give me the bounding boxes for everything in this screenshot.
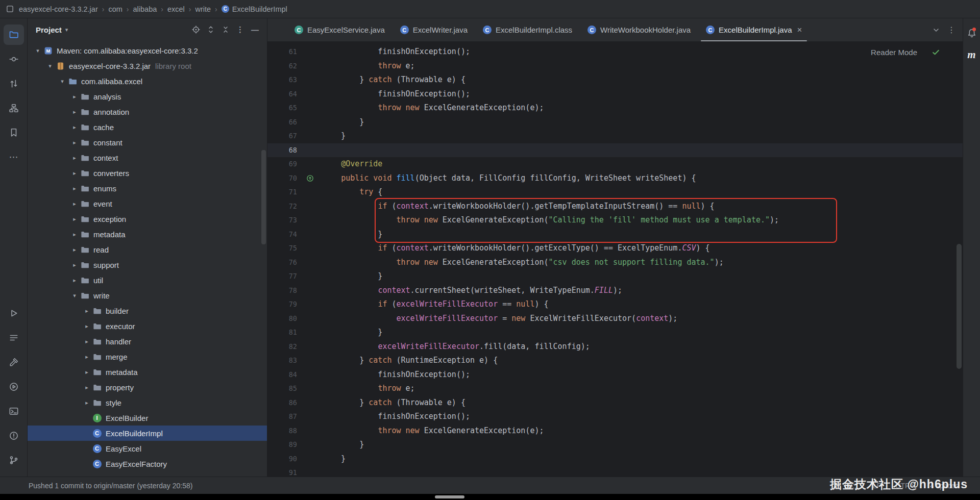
chevron-down-icon[interactable]: ▾ [65,27,68,33]
tree-item-builder[interactable]: ▸builder [28,303,267,318]
structure-icon[interactable] [4,98,24,118]
code-line-68[interactable]: 68 [267,143,963,158]
chevron-collapsed-icon[interactable]: ▸ [69,231,80,238]
tree-item-handler[interactable]: ▸handler [28,334,267,349]
breadcrumb-item[interactable]: write [195,5,211,13]
chevron-collapsed-icon[interactable]: ▸ [82,399,92,406]
tree-item-style[interactable]: ▸style [28,395,267,410]
services-icon[interactable] [4,377,24,397]
build-icon[interactable] [4,352,24,372]
tree-item-context[interactable]: ▸context [28,150,267,165]
chevron-collapsed-icon[interactable]: ▸ [69,124,80,131]
code-line-82[interactable]: 82 excelWriteFillExecutor.fill(data, fil… [267,340,963,354]
breadcrumb-item[interactable]: easyexcel-core-3.3.2.jar [19,5,98,13]
tab-options-more-icon[interactable]: ⋮ [944,23,959,37]
chevron-collapsed-icon[interactable]: ▸ [82,323,92,330]
tree-item-executor[interactable]: ▸executor [28,318,267,334]
code-editor[interactable]: 61 finishOnException();62 throw e;63 } c… [267,42,963,477]
reader-mode-label[interactable]: Reader Mode [871,48,917,57]
chevron-expanded-icon[interactable]: ▾ [69,292,80,299]
editor-tab-excelwriter-java[interactable]: CExcelWriter.java [393,18,475,41]
overriding-method-gutter-icon[interactable] [297,171,323,186]
code-line-77[interactable]: 77 } [267,269,963,284]
tree-item-util[interactable]: ▸util [28,272,267,288]
tree-item-read[interactable]: ▸read [28,242,267,257]
tree-item-cache[interactable]: ▸cache [28,119,267,135]
editor-tab-excelbuilderimpl-class[interactable]: CExcelBuilderImpl.class [475,18,580,41]
tree-item-easyexcelfactory[interactable]: CEasyExcelFactory [28,456,267,471]
code-line-70[interactable]: 70 public void fill(Object data, FillCon… [267,171,963,186]
tree-item-metadata[interactable]: ▸metadata [28,227,267,242]
status-message[interactable]: Pushed 1 commit to origin/master (yester… [29,482,192,490]
tree-item-easyexcel-core-3-3-2-jar[interactable]: ▾easyexcel-core-3.3.2.jarlibrary root [28,58,267,73]
code-line-72[interactable]: 72 if (context.writeWorkbookHolder().get… [267,199,963,214]
tree-item-analysis[interactable]: ▸analysis [28,89,267,104]
breadcrumb-item[interactable]: excel [167,5,185,13]
tree-item-merge[interactable]: ▸merge [28,349,267,364]
chevron-collapsed-icon[interactable]: ▸ [82,384,92,391]
problems-icon[interactable] [4,426,24,446]
tree-item-maven-com-alibaba-easyexcel-core-3-3-2[interactable]: ▾MMaven: com.alibaba:easyexcel-core:3.3.… [28,43,267,58]
chevron-collapsed-icon[interactable]: ▸ [82,308,92,314]
code-line-75[interactable]: 75 if (context.writeWorkbookHolder().get… [267,241,963,256]
code-line-76[interactable]: 76 throw new ExcelGenerateException("csv… [267,256,963,270]
code-line-78[interactable]: 78 context.currentSheet(writeSheet, Writ… [267,284,963,298]
code-line-66[interactable]: 66 } [267,115,963,130]
tree-item-property[interactable]: ▸property [28,380,267,395]
code-line-67[interactable]: 67 } [267,129,963,143]
code-line-61[interactable]: 61 finishOnException(); [267,45,963,59]
code-line-64[interactable]: 64 finishOnException(); [267,87,963,102]
code-line-83[interactable]: 83 } catch (RuntimeException e) { [267,354,963,368]
code-line-79[interactable]: 79 if (excelWriteFillExecutor == null) { [267,297,963,312]
hide-panel-icon[interactable]: — [248,23,262,37]
tree-item-easyexcel[interactable]: CEasyExcel [28,441,267,456]
locate-file-icon[interactable] [189,23,203,37]
version-control-icon[interactable] [4,450,24,470]
todo-icon[interactable] [4,328,24,348]
tree-item-converters[interactable]: ▸converters [28,165,267,181]
tree-item-metadata[interactable]: ▸metadata [28,364,267,380]
code-line-87[interactable]: 87 finishOnException(); [267,410,963,424]
chevron-collapsed-icon[interactable]: ▸ [69,93,80,100]
commit-icon[interactable] [4,49,24,69]
project-panel-scrollbar[interactable] [261,150,266,244]
chevron-collapsed-icon[interactable]: ▸ [69,139,80,146]
chevron-collapsed-icon[interactable]: ▸ [69,216,80,222]
more-tools-tool-button[interactable]: ⋯ [4,147,24,167]
collapse-all-icon[interactable] [218,23,232,37]
chevron-collapsed-icon[interactable]: ▸ [69,155,80,161]
chevron-collapsed-icon[interactable]: ▸ [69,185,80,192]
pull-requests-icon[interactable] [4,73,24,94]
tree-item-com-alibaba-excel[interactable]: ▾com.alibaba.excel [28,73,267,89]
editor-scrollbar[interactable] [957,244,962,369]
breadcrumb-item[interactable]: com [108,5,122,13]
inspections-ok-check-icon[interactable] [932,48,940,57]
code-line-63[interactable]: 63 } catch (Throwable e) { [267,73,963,87]
tree-item-write[interactable]: ▾write [28,288,267,303]
editor-tab-excelbuilderimpl-java[interactable]: CExcelBuilderImpl.java× [698,18,810,41]
tree-item-annotation[interactable]: ▸annotation [28,104,267,119]
breadcrumb-item[interactable]: alibaba [133,5,157,13]
bookmarks-icon[interactable] [4,122,24,143]
project-panel-title[interactable]: Project [36,26,62,34]
chevron-collapsed-icon[interactable]: ▸ [69,170,80,177]
breadcrumb-item[interactable]: CExcelBuilderImpl [222,5,287,13]
code-line-69[interactable]: 69 @Override [267,157,963,171]
code-line-85[interactable]: 85 throw e; [267,382,963,396]
code-line-90[interactable]: 90 } [267,452,963,466]
tree-item-enums[interactable]: ▸enums [28,181,267,196]
code-line-74[interactable]: 74 } [267,228,963,242]
code-line-80[interactable]: 80 excelWriteFillExecutor = new ExcelWri… [267,312,963,326]
chevron-collapsed-icon[interactable]: ▸ [69,277,80,284]
code-line-62[interactable]: 62 throw e; [267,59,963,73]
code-line-86[interactable]: 86 } catch (Throwable e) { [267,396,963,410]
chevron-collapsed-icon[interactable]: ▸ [82,354,92,360]
tree-item-support[interactable]: ▸support [28,257,267,272]
code-line-84[interactable]: 84 finishOnException(); [267,368,963,382]
run-icon[interactable] [4,303,24,323]
tree-item-excelbuilderimpl[interactable]: CExcelBuilderImpl [28,426,267,441]
code-line-73[interactable]: 73 throw new ExcelGenerateException("Cal… [267,213,963,228]
editor-tab-writeworkbookholder-java[interactable]: CWriteWorkbookHolder.java [580,18,698,41]
chevron-collapsed-icon[interactable]: ▸ [69,262,80,268]
chevron-expanded-icon[interactable]: ▾ [45,63,55,69]
